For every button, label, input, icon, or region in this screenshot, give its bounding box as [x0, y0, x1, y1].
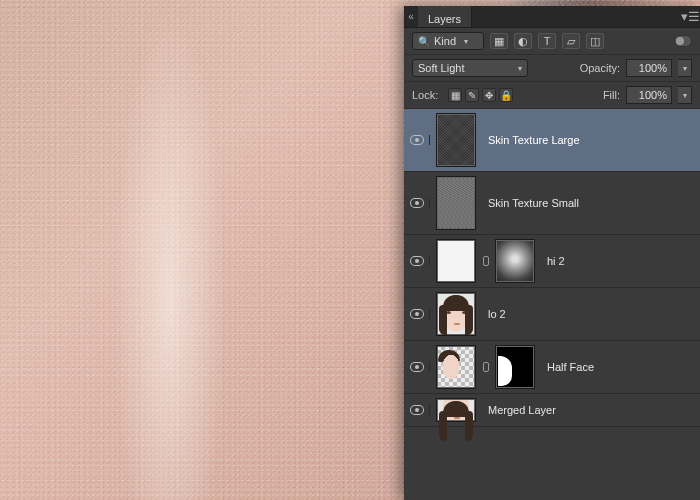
mask-link-icon[interactable]: [483, 362, 489, 372]
opacity-input[interactable]: 100%: [626, 59, 672, 77]
filter-pixel-icon[interactable]: ▦: [490, 33, 508, 49]
layer-list: Skin Texture Large Skin Texture Small hi…: [404, 109, 700, 500]
fill-stepper[interactable]: ▾: [678, 86, 692, 104]
chevron-down-icon: ▾: [464, 37, 468, 46]
lock-fill-row: Lock: ▦ ✎ ✥ 🔒 Fill: 100% ▾: [404, 82, 700, 109]
layer-row[interactable]: Half Face: [404, 341, 700, 394]
visibility-eye-icon[interactable]: [410, 309, 424, 319]
lock-transparency-icon[interactable]: ▦: [448, 88, 462, 102]
fill-input[interactable]: 100%: [626, 86, 672, 104]
opacity-stepper[interactable]: ▾: [678, 59, 692, 77]
visibility-eye-icon[interactable]: [410, 405, 424, 415]
visibility-eye-icon[interactable]: [410, 362, 424, 372]
fill-value: 100%: [639, 89, 667, 101]
fill-label: Fill:: [603, 89, 620, 101]
layer-row[interactable]: hi 2: [404, 235, 700, 288]
lock-position-icon[interactable]: ✥: [482, 88, 496, 102]
collapse-arrows-icon[interactable]: «: [404, 6, 418, 27]
layer-thumbnail[interactable]: [436, 113, 476, 167]
filter-kind-dropdown[interactable]: 🔍 Kind ▾: [412, 32, 484, 50]
blend-mode-dropdown[interactable]: Soft Light ▾: [412, 59, 528, 77]
filter-type-icon[interactable]: T: [538, 33, 556, 49]
blend-mode-value: Soft Light: [418, 62, 464, 74]
layer-row[interactable]: Skin Texture Small: [404, 172, 700, 235]
filter-adjustment-icon[interactable]: ◐: [514, 33, 532, 49]
lock-image-icon[interactable]: ✎: [465, 88, 479, 102]
layer-name[interactable]: Skin Texture Small: [488, 197, 579, 209]
layer-thumbnail[interactable]: [436, 345, 476, 389]
layer-thumbnail[interactable]: [436, 176, 476, 230]
blend-opacity-row: Soft Light ▾ Opacity: 100% ▾: [404, 55, 700, 82]
layer-thumbnail[interactable]: [436, 292, 476, 336]
opacity-label: Opacity:: [580, 62, 620, 74]
layer-row[interactable]: Merged Layer: [404, 394, 700, 427]
chevron-down-icon: ▾: [518, 64, 522, 73]
layer-mask-thumbnail[interactable]: [495, 345, 535, 389]
opacity-value: 100%: [639, 62, 667, 74]
filter-toggle[interactable]: [674, 35, 692, 47]
filter-kind-label: Kind: [434, 35, 456, 47]
filter-shape-icon[interactable]: ▱: [562, 33, 580, 49]
visibility-eye-icon[interactable]: [410, 135, 424, 145]
layers-tab[interactable]: Layers: [418, 6, 472, 27]
lock-icons-group: ▦ ✎ ✥ 🔒: [448, 88, 513, 102]
layer-row[interactable]: lo 2: [404, 288, 700, 341]
layer-name[interactable]: lo 2: [488, 308, 506, 320]
layers-panel: « Layers ▾☰ 🔍 Kind ▾ ▦ ◐ T ▱ ◫ Soft Ligh…: [404, 6, 700, 500]
layer-mask-thumbnail[interactable]: [495, 239, 535, 283]
mask-link-icon[interactable]: [483, 256, 489, 266]
layer-thumbnail[interactable]: [436, 239, 476, 283]
lock-label: Lock:: [412, 89, 438, 101]
panel-menu-button[interactable]: ▾☰: [680, 6, 700, 27]
layer-name[interactable]: Half Face: [547, 361, 594, 373]
filter-row: 🔍 Kind ▾ ▦ ◐ T ▱ ◫: [404, 28, 700, 55]
visibility-eye-icon[interactable]: [410, 198, 424, 208]
layers-tab-label: Layers: [428, 13, 461, 25]
panel-tab-bar: « Layers ▾☰: [404, 6, 700, 28]
search-icon: 🔍: [418, 36, 430, 47]
visibility-eye-icon[interactable]: [410, 256, 424, 266]
layer-row[interactable]: Skin Texture Large: [404, 109, 700, 172]
lock-all-icon[interactable]: 🔒: [499, 88, 513, 102]
layer-name[interactable]: Merged Layer: [488, 404, 556, 416]
layer-thumbnail[interactable]: [436, 398, 476, 422]
layer-name[interactable]: Skin Texture Large: [488, 134, 580, 146]
layer-name[interactable]: hi 2: [547, 255, 565, 267]
filter-smart-icon[interactable]: ◫: [586, 33, 604, 49]
